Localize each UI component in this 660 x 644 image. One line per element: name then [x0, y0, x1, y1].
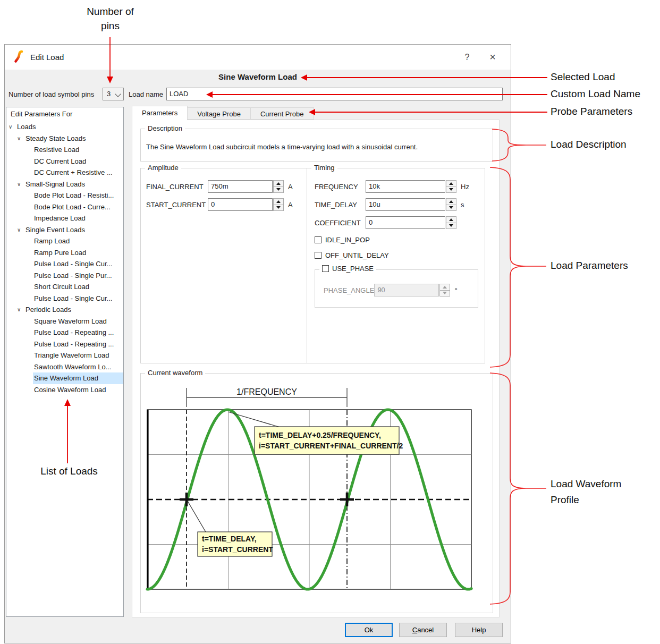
- spinner[interactable]: [446, 198, 456, 211]
- tree-item[interactable]: Pulse Load - Single Cur...: [6, 258, 123, 270]
- help-button[interactable]: Help: [455, 623, 503, 637]
- load-tree: ∨ Loads ∨ Steady State Loads: [6, 121, 123, 395]
- spin-down-button[interactable]: [446, 205, 456, 211]
- tree-item[interactable]: Pulse Load - Single Cur...: [6, 293, 123, 304]
- use-phase-group: USE_PHASE PHASE_ANGLE 90 °: [315, 269, 478, 308]
- phase-angle-input: 90: [374, 284, 439, 296]
- window-title: Edit Load: [30, 45, 64, 70]
- unit-label: °: [454, 286, 457, 294]
- tree-item[interactable]: Triangle Waveform Load: [6, 350, 123, 361]
- spin-down-button[interactable]: [446, 223, 456, 230]
- tree-item-label: Steady State Loads: [26, 134, 86, 142]
- svg-text:t=TIME_DELAY,: t=TIME_DELAY,: [202, 535, 257, 543]
- parameter-input[interactable]: 10u: [366, 198, 445, 211]
- pins-select[interactable]: 3: [103, 88, 124, 100]
- waveform-plot: 1/FREQUENCY: [141, 374, 493, 613]
- tree-item[interactable]: Sine Waveform Load: [6, 372, 123, 384]
- tree-item-label: Square Waveform Load: [34, 317, 107, 325]
- spin-up-button[interactable]: [446, 198, 456, 205]
- spinner[interactable]: [446, 180, 456, 193]
- chevron-down-icon: [115, 91, 121, 97]
- tree-item[interactable]: Bode Plot Load - Curre...: [6, 201, 123, 213]
- spinner[interactable]: [273, 180, 284, 193]
- tab-voltage-probe[interactable]: Voltage Probe: [188, 107, 251, 120]
- spinner[interactable]: [273, 198, 284, 211]
- parameters-tab-page: Description The Sine Waveform Load subci…: [132, 120, 500, 617]
- tree-item[interactable]: Cosine Waveform Load: [6, 384, 123, 396]
- spin-down-button[interactable]: [446, 187, 456, 193]
- tree-item-label: Pulse Load - Single Cur...: [34, 260, 112, 268]
- spinner[interactable]: [446, 216, 456, 229]
- tree-item[interactable]: ∨ Single Event Loads: [6, 224, 123, 236]
- parameter-label: COEFFICIENT: [315, 219, 366, 227]
- annotation-load-description: Load Description: [551, 139, 627, 150]
- cancel-button[interactable]: Cancel: [399, 623, 447, 637]
- tree-item[interactable]: Bode Plot Load - Resisti...: [6, 190, 123, 201]
- annotation-load-waveform-profile: Load Waveform Profile: [551, 476, 621, 508]
- checkbox[interactable]: [315, 236, 321, 243]
- parameter-input[interactable]: 0: [208, 198, 273, 211]
- tree-item[interactable]: Resistive Load: [6, 144, 123, 156]
- close-button[interactable]: ×: [482, 45, 503, 70]
- tree-item-label: Impedance Load: [34, 214, 86, 222]
- svg-text:i=START_CURRENT: i=START_CURRENT: [202, 545, 273, 554]
- tree-item[interactable]: DC Current Load: [6, 156, 123, 167]
- spin-down-button[interactable]: [273, 187, 284, 193]
- tree-item[interactable]: Square Waveform Load: [6, 316, 123, 327]
- tree-item[interactable]: Ramp Pure Load: [6, 247, 123, 259]
- tree-item-label: Sine Waveform Load: [34, 374, 98, 382]
- description-group: Description The Sine Waveform Load subci…: [140, 129, 493, 162]
- tree-item[interactable]: Short Circuit Load: [6, 281, 123, 293]
- tree-item-label: Periodic Loads: [26, 306, 71, 313]
- spin-up-button: [439, 284, 450, 291]
- tree-item[interactable]: Pulse Load - Single Pur...: [6, 270, 123, 282]
- ok-button[interactable]: Ok: [345, 623, 393, 637]
- current-waveform-group: Current waveform 1/FREQUENCY: [140, 373, 493, 613]
- parameter-field-row: FINAL_CURRENT 750m A: [146, 180, 307, 193]
- use-phase-checkbox[interactable]: [322, 265, 329, 272]
- spin-up-button[interactable]: [446, 180, 456, 187]
- tree-item[interactable]: Sawtooth Waveform Lo...: [6, 361, 123, 373]
- tree-item-label: Single Event Loads: [26, 226, 85, 234]
- pins-row: Number of load symbol pins 3 Load name L…: [5, 87, 511, 101]
- triangle-down-icon: [449, 224, 453, 227]
- selected-load-title: Sine Waveform Load: [5, 72, 511, 81]
- tab-parameters[interactable]: Parameters: [132, 106, 188, 120]
- spin-up-button[interactable]: [446, 216, 456, 223]
- load-name-input[interactable]: LOAD: [166, 88, 503, 100]
- tree-item[interactable]: ∨ Loads: [6, 121, 123, 133]
- pins-label: Number of load symbol pins: [9, 87, 94, 101]
- spin-up-button[interactable]: [273, 180, 284, 187]
- checkbox[interactable]: [315, 252, 321, 259]
- help-titlebar-button[interactable]: ?: [456, 45, 478, 70]
- annotation-load-parameters: Load Parameters: [551, 260, 628, 272]
- checkbox-row: OFF_UNTIL_DELAY: [315, 250, 485, 260]
- tree-item[interactable]: Pulse Load - Repeating ...: [6, 338, 123, 350]
- tab-current-probe[interactable]: Current Probe: [251, 107, 314, 120]
- tree-item[interactable]: ∨ Small-Signal Loads: [6, 179, 123, 190]
- spin-down-button[interactable]: [273, 205, 284, 211]
- phase-angle-row: PHASE_ANGLE 90 °: [315, 284, 458, 296]
- parameter-input[interactable]: 750m: [208, 180, 273, 193]
- period-dimension-label: 1/FREQUENCY: [236, 387, 297, 396]
- parameter-field-row: TIME_DELAY 10u s: [312, 198, 485, 211]
- tree-item[interactable]: ∨ Periodic Loads: [6, 304, 123, 316]
- tree-item-label: Pulse Load - Repeating ...: [34, 340, 114, 348]
- triangle-up-icon: [276, 200, 281, 203]
- chevron-down-icon: ∨: [17, 224, 24, 236]
- description-group-title: Description: [145, 124, 185, 132]
- parameter-label: PHASE_ANGLE: [324, 286, 374, 294]
- tree-item[interactable]: DC Current + Resistive ...: [6, 167, 123, 179]
- tree-item[interactable]: ∨ Steady State Loads: [6, 133, 123, 145]
- triangle-down-icon: [443, 292, 447, 294]
- parameter-input[interactable]: 10k: [366, 180, 445, 193]
- tree-item-label: Pulse Load - Repeating ...: [34, 328, 114, 336]
- svg-text:i=START_CURRENT+FINAL_CURRENT/: i=START_CURRENT+FINAL_CURRENT/2: [259, 442, 403, 450]
- parameter-label: FINAL_CURRENT: [146, 183, 208, 191]
- parameter-input[interactable]: 0: [366, 216, 445, 229]
- tree-item[interactable]: Pulse Load - Repeating ...: [6, 327, 123, 338]
- amplitude-group-title: Amplitude: [145, 164, 181, 172]
- tree-item[interactable]: Ramp Load: [6, 235, 123, 247]
- spin-up-button[interactable]: [273, 198, 284, 205]
- tree-item[interactable]: Impedance Load: [6, 213, 123, 224]
